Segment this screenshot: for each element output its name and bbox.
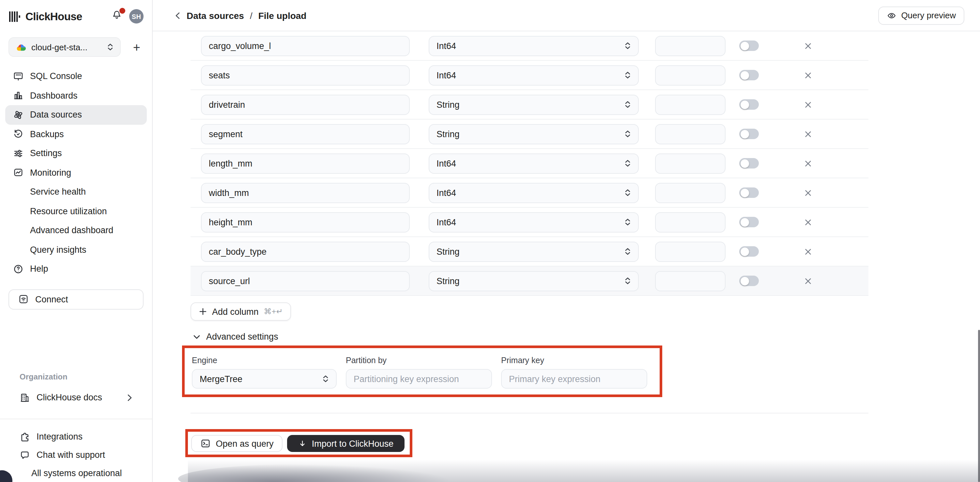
sidebar-item-clickhouse-docs[interactable]: ClickHouse docs bbox=[8, 388, 143, 407]
sidebar-item-dashboards[interactable]: Dashboards bbox=[5, 86, 147, 105]
remove-column-button[interactable] bbox=[801, 128, 814, 140]
remove-column-button[interactable] bbox=[801, 69, 814, 81]
table-row: drivetrain String bbox=[191, 90, 869, 120]
column-default-input[interactable] bbox=[655, 241, 725, 262]
sidebar-footer-item-chat-with-support[interactable]: Chat with support bbox=[8, 446, 143, 464]
terminal-icon bbox=[200, 438, 210, 449]
remove-column-button[interactable] bbox=[801, 186, 814, 199]
sidebar-item-monitoring[interactable]: Monitoring bbox=[5, 163, 147, 182]
column-type-select[interactable]: Int64 bbox=[429, 153, 639, 173]
column-name-input[interactable]: cargo_volume_l bbox=[201, 35, 410, 56]
footer-item-label: Integrations bbox=[37, 432, 83, 442]
remove-column-button[interactable] bbox=[801, 215, 814, 228]
column-default-input[interactable] bbox=[655, 153, 725, 173]
column-type-select[interactable]: String bbox=[429, 94, 639, 115]
remove-column-button[interactable] bbox=[801, 274, 814, 287]
sidebar-item-backups[interactable]: Backups bbox=[5, 124, 147, 144]
page-header: Data sources / File upload Query preview bbox=[152, 0, 980, 31]
column-name-input[interactable]: seats bbox=[201, 65, 410, 85]
open-as-query-button[interactable]: Open as query bbox=[191, 435, 283, 452]
sidebar-item-label: Dashboards bbox=[30, 91, 78, 101]
remove-column-button[interactable] bbox=[801, 157, 814, 170]
partition-by-input[interactable]: Partitioning key expression bbox=[346, 369, 492, 389]
service-selector[interactable]: cloud-get-sta... bbox=[8, 37, 121, 57]
service-name: cloud-get-sta... bbox=[31, 42, 88, 52]
clickhouse-cloud-app: ClickHouse SH cloud-get-sta... + SQL Con… bbox=[0, 0, 980, 482]
connect-button[interactable]: Connect bbox=[8, 289, 143, 309]
column-type-select[interactable]: Int64 bbox=[429, 182, 639, 203]
nullable-toggle[interactable] bbox=[739, 187, 759, 198]
partition-by-label: Partition by bbox=[346, 356, 492, 365]
sidebar-item-query-insights[interactable]: Query insights bbox=[5, 240, 147, 259]
nullable-toggle[interactable] bbox=[739, 246, 759, 257]
unfold-icon bbox=[624, 218, 631, 226]
sidebar-item-service-health[interactable]: Service health bbox=[5, 182, 147, 201]
sidebar-item-data-sources[interactable]: Data sources bbox=[5, 105, 147, 124]
service-row: cloud-get-sta... + bbox=[0, 37, 152, 57]
column-default-input[interactable] bbox=[655, 94, 725, 115]
column-type-select[interactable]: Int64 bbox=[429, 35, 639, 56]
sidebar-item-label: SQL Console bbox=[30, 72, 82, 81]
column-name-input[interactable]: source_url bbox=[201, 271, 410, 291]
column-name-input[interactable]: segment bbox=[201, 124, 410, 144]
column-default-input[interactable] bbox=[655, 35, 725, 56]
remove-column-button[interactable] bbox=[801, 98, 814, 111]
primary-key-input[interactable]: Primary key expression bbox=[501, 369, 647, 389]
column-type-select[interactable]: String bbox=[429, 271, 639, 291]
columns-table: cargo_volume_l Int64 seats Int64 drivetr… bbox=[191, 31, 869, 296]
avatar[interactable]: SH bbox=[129, 9, 143, 24]
nullable-toggle[interactable] bbox=[739, 40, 759, 51]
column-default-input[interactable] bbox=[655, 124, 725, 144]
column-default-input[interactable] bbox=[655, 271, 725, 291]
nullable-toggle[interactable] bbox=[739, 129, 759, 139]
query-preview-label: Query preview bbox=[901, 10, 956, 20]
notifications-button[interactable] bbox=[111, 10, 123, 23]
toggle-knob bbox=[740, 41, 749, 50]
sidebar-item-help[interactable]: Help bbox=[5, 259, 147, 279]
primary-key-label: Primary key bbox=[501, 356, 647, 365]
breadcrumb-parent[interactable]: Data sources bbox=[187, 10, 244, 21]
sidebar-item-resource-utilization[interactable]: Resource utilization bbox=[5, 201, 147, 221]
nullable-toggle[interactable] bbox=[739, 217, 759, 227]
download-arrow-icon bbox=[298, 439, 307, 448]
open-as-query-label: Open as query bbox=[216, 439, 274, 448]
engine-select[interactable]: MergeTree bbox=[192, 369, 337, 389]
unfold-icon bbox=[107, 43, 113, 51]
remove-column-button[interactable] bbox=[801, 245, 814, 258]
column-name-input[interactable]: car_body_type bbox=[201, 241, 410, 262]
column-type-select[interactable]: String bbox=[429, 241, 639, 262]
unfold-icon bbox=[624, 71, 631, 79]
vertical-scrollbar[interactable] bbox=[978, 330, 980, 482]
sidebar-item-advanced-dashboard[interactable]: Advanced dashboard bbox=[5, 221, 147, 240]
advanced-settings-toggle[interactable]: Advanced settings bbox=[193, 332, 980, 342]
column-name-input[interactable]: width_mm bbox=[201, 182, 410, 203]
help-icon bbox=[13, 264, 24, 274]
back-button[interactable] bbox=[175, 11, 181, 19]
column-default-input[interactable] bbox=[655, 182, 725, 203]
import-to-clickhouse-button[interactable]: Import to ClickHouse bbox=[287, 435, 404, 452]
column-name-input[interactable]: height_mm bbox=[201, 212, 410, 232]
nullable-toggle[interactable] bbox=[739, 158, 759, 169]
column-default-input[interactable] bbox=[655, 65, 725, 85]
column-type-select[interactable]: Int64 bbox=[429, 212, 639, 232]
column-name-input[interactable]: drivetrain bbox=[201, 94, 410, 115]
scroll-shadow bbox=[188, 460, 980, 482]
column-name-input[interactable]: length_mm bbox=[201, 153, 410, 173]
query-preview-button[interactable]: Query preview bbox=[878, 6, 964, 24]
column-type-select[interactable]: String bbox=[429, 124, 639, 144]
sidebar-footer-item-integrations[interactable]: Integrations bbox=[8, 428, 143, 446]
nullable-toggle[interactable] bbox=[739, 99, 759, 110]
remove-column-button[interactable] bbox=[801, 39, 814, 52]
column-type-select[interactable]: Int64 bbox=[429, 65, 639, 85]
sidebar-item-sql-console[interactable]: SQL Console bbox=[5, 67, 147, 86]
status-dot bbox=[19, 468, 25, 478]
nullable-toggle[interactable] bbox=[739, 70, 759, 80]
toggle-knob bbox=[740, 218, 749, 226]
sidebar-item-settings[interactable]: Settings bbox=[5, 144, 147, 163]
nullable-toggle[interactable] bbox=[739, 276, 759, 286]
add-service-button[interactable]: + bbox=[130, 40, 143, 54]
add-column-button[interactable]: Add column ⌘+↵ bbox=[191, 302, 291, 321]
toggle-knob bbox=[740, 130, 749, 138]
column-default-input[interactable] bbox=[655, 212, 725, 232]
sidebar-footer-item-all-systems-operational[interactable]: All systems operational bbox=[8, 464, 143, 482]
